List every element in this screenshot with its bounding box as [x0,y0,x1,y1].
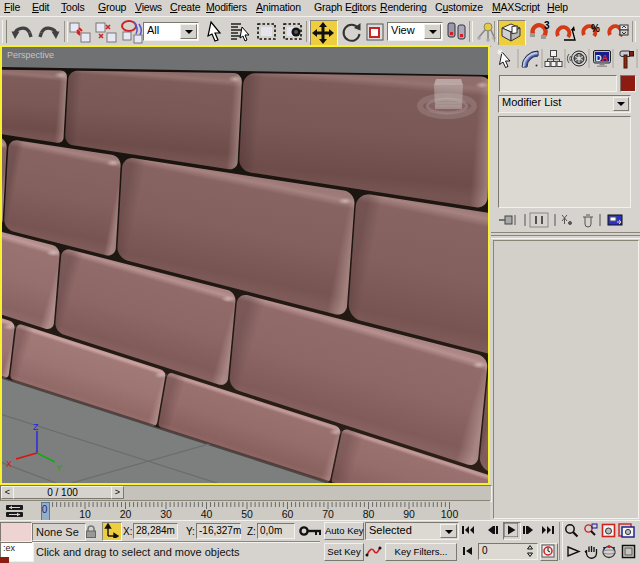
svg-text:Z: Z [33,422,39,432]
svg-text:Y: Y [56,463,62,473]
svg-text:X: X [6,459,12,469]
svg-text:50: 50 [241,508,253,520]
svg-text:90: 90 [403,508,415,520]
svg-text:Perspective: Perspective [7,50,54,60]
svg-text:60: 60 [282,508,294,520]
svg-text:%: % [591,23,600,34]
svg-text:10: 10 [79,508,91,520]
svg-text:20: 20 [120,508,132,520]
svg-text:70: 70 [322,508,334,520]
svg-text:30: 30 [160,508,172,520]
svg-text:40: 40 [201,508,213,520]
svg-text:100: 100 [441,508,459,520]
svg-text:A: A [602,53,608,63]
svg-text:80: 80 [363,508,375,520]
svg-text:3: 3 [544,20,550,31]
